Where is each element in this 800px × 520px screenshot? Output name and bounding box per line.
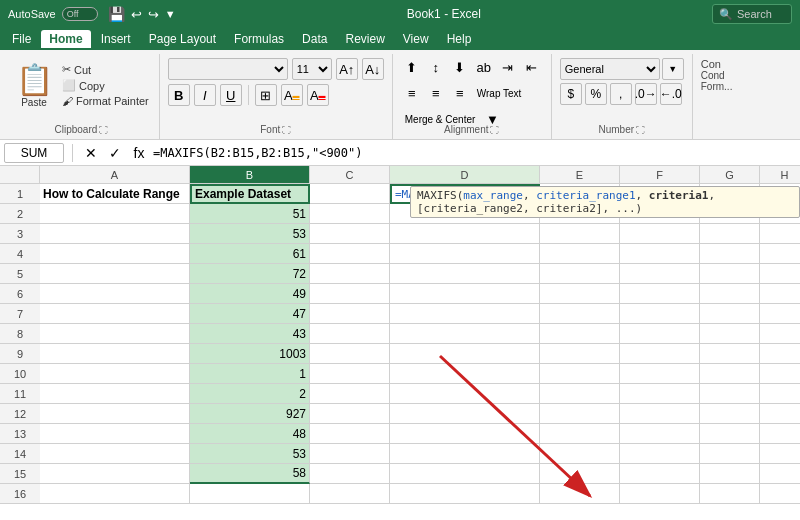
copy-button[interactable]: ⬜ Copy [60,78,151,93]
cell-f4[interactable] [620,244,700,264]
decrease-decimal-btn[interactable]: ←.0 [660,83,682,105]
italic-button[interactable]: I [194,84,216,106]
row-num-1[interactable]: 1 [0,184,40,204]
cell-a11[interactable] [40,384,190,404]
cell-e3[interactable] [540,224,620,244]
cell-b16[interactable] [190,484,310,504]
cell-g14[interactable] [700,444,760,464]
redo-icon[interactable]: ↪ [148,7,159,22]
cell-h5[interactable] [760,264,800,284]
cell-h4[interactable] [760,244,800,264]
font-expand-icon[interactable]: ⛶ [282,125,291,135]
cell-d4[interactable] [390,244,540,264]
row-num-4[interactable]: 4 [0,244,40,264]
cell-d8[interactable] [390,324,540,344]
cell-g15[interactable] [700,464,760,484]
cell-e8[interactable] [540,324,620,344]
number-dropdown-btn[interactable]: ▼ [662,58,684,80]
col-header-b[interactable]: B [190,166,310,183]
cell-e15[interactable] [540,464,620,484]
cell-g4[interactable] [700,244,760,264]
font-name-select[interactable] [168,58,288,80]
cell-d3[interactable] [390,224,540,244]
cell-c10[interactable] [310,364,390,384]
cell-g16[interactable] [700,484,760,504]
row-num-13[interactable]: 13 [0,424,40,444]
row-num-9[interactable]: 9 [0,344,40,364]
row-num-15[interactable]: 15 [0,464,40,484]
cell-e12[interactable] [540,404,620,424]
cell-g12[interactable] [700,404,760,424]
cell-c1[interactable] [310,184,390,204]
align-top-btn[interactable]: ⬆ [401,56,423,78]
menu-formulas[interactable]: Formulas [226,30,292,48]
cell-c14[interactable] [310,444,390,464]
paste-button[interactable]: 📋 Paste [12,58,56,112]
cell-c4[interactable] [310,244,390,264]
cell-d2[interactable] [390,204,540,224]
cell-f11[interactable] [620,384,700,404]
cell-g7[interactable] [700,304,760,324]
autosave-toggle[interactable]: Off [62,7,98,21]
comma-btn[interactable]: , [610,83,632,105]
cell-d1[interactable]: =MAXIFS(B2:B15,B2:B15,"<900") [390,184,540,204]
border-btn[interactable]: ⊞ [255,84,277,106]
col-header-d[interactable]: D [390,166,540,183]
cell-c2[interactable] [310,204,390,224]
cell-f6[interactable] [620,284,700,304]
alignment-expand-icon[interactable]: ⛶ [490,125,499,135]
cell-a5[interactable] [40,264,190,284]
cell-c16[interactable] [310,484,390,504]
cell-h12[interactable] [760,404,800,424]
cell-b11[interactable]: 2 [190,384,310,404]
cell-b12[interactable]: 927 [190,404,310,424]
cell-e4[interactable] [540,244,620,264]
menu-help[interactable]: Help [439,30,480,48]
font-color-btn[interactable]: A▬ [307,84,329,106]
cell-f10[interactable] [620,364,700,384]
formula-input[interactable] [153,143,796,163]
wrap-text-btn[interactable]: Wrap Text [473,82,526,104]
cell-f16[interactable] [620,484,700,504]
cell-b9[interactable]: 1003 [190,344,310,364]
cell-a2[interactable] [40,204,190,224]
cell-h14[interactable] [760,444,800,464]
cell-e10[interactable] [540,364,620,384]
cell-g5[interactable] [700,264,760,284]
cell-d12[interactable] [390,404,540,424]
number-format-select[interactable]: General [560,58,660,80]
row-num-10[interactable]: 10 [0,364,40,384]
menu-insert[interactable]: Insert [93,30,139,48]
increase-decimal-btn[interactable]: .0→ [635,83,657,105]
cell-e13[interactable] [540,424,620,444]
cell-d10[interactable] [390,364,540,384]
row-num-2[interactable]: 2 [0,204,40,224]
percent-btn[interactable]: % [585,83,607,105]
align-middle-btn[interactable]: ↕ [425,56,447,78]
cell-d6[interactable] [390,284,540,304]
row-num-6[interactable]: 6 [0,284,40,304]
decrease-font-btn[interactable]: A↓ [362,58,384,80]
cell-a4[interactable] [40,244,190,264]
fill-color-btn[interactable]: A▬ [281,84,303,106]
cell-e11[interactable] [540,384,620,404]
cell-d16[interactable] [390,484,540,504]
row-num-11[interactable]: 11 [0,384,40,404]
col-header-h[interactable]: H [760,166,800,183]
cell-g10[interactable] [700,364,760,384]
cell-h6[interactable] [760,284,800,304]
cell-h16[interactable] [760,484,800,504]
col-header-g[interactable]: G [700,166,760,183]
cell-h13[interactable] [760,424,800,444]
cell-h7[interactable] [760,304,800,324]
cell-g6[interactable] [700,284,760,304]
cell-c7[interactable] [310,304,390,324]
cell-b4[interactable]: 61 [190,244,310,264]
cell-g3[interactable] [700,224,760,244]
cell-a7[interactable] [40,304,190,324]
cell-b6[interactable]: 49 [190,284,310,304]
col-header-e[interactable]: E [540,166,620,183]
cell-d14[interactable] [390,444,540,464]
cell-g2[interactable] [700,204,760,224]
cell-b7[interactable]: 47 [190,304,310,324]
